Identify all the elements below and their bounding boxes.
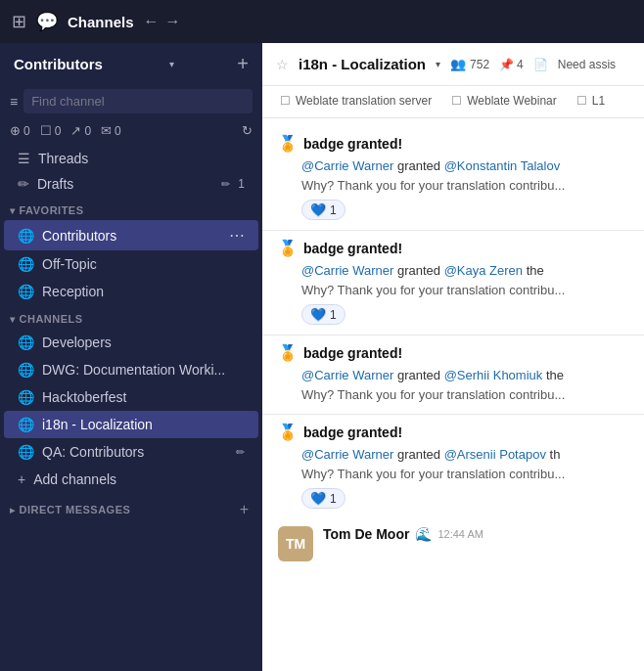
pins-count: 4 xyxy=(517,58,524,71)
contributors-actions: ⋯ xyxy=(229,226,245,245)
msg0-suffix: granted xyxy=(397,158,444,173)
sidebar-item-drafts[interactable]: ✏ Drafts ✏ 1 xyxy=(4,171,258,197)
qa-icon: 🌐 xyxy=(18,444,34,460)
workspace-add-button[interactable]: + xyxy=(237,53,249,75)
sidebar-item-threads[interactable]: ☰ Threads xyxy=(4,146,258,171)
favorites-chevron-icon: ▾ xyxy=(10,205,16,216)
badge-text-2: badge granted! xyxy=(303,345,402,361)
channel-pins: 📌 4 xyxy=(499,58,524,71)
favorites-section-header[interactable]: ▾ FAVORITES xyxy=(0,197,262,220)
developers-label: Developers xyxy=(42,335,245,350)
msg3-author[interactable]: @Carrie Warner xyxy=(301,447,393,462)
sidebar-item-off-topic[interactable]: 🌐 Off-Topic xyxy=(4,250,258,278)
i18n-icon: 🌐 xyxy=(18,417,34,432)
hacktoberfest-label: Hacktoberfest xyxy=(42,389,245,405)
badge-text-1: badge granted! xyxy=(303,241,402,256)
msg2-author[interactable]: @Carrie Warner xyxy=(301,368,393,382)
reaction-row-1: 💙 1 xyxy=(301,304,628,325)
tab-weblate-webinar[interactable]: ☐ Weblate Webinar xyxy=(441,86,567,117)
badge-granted-3: 🏅 badge granted! xyxy=(278,423,628,441)
channel-tabs: ☐ Weblate translation server ☐ Weblate W… xyxy=(262,86,644,118)
msg1-mention[interactable]: @Kaya Zeren xyxy=(444,263,523,278)
off-topic-icon: 🌐 xyxy=(18,256,34,272)
status-icon-1: ☐ xyxy=(40,123,52,138)
separator-1 xyxy=(262,230,644,231)
off-topic-label: Off-Topic xyxy=(42,256,245,272)
user-message: TM Tom De Moor 🌊 12:44 AM xyxy=(262,518,644,569)
sidebar-item-dwg[interactable]: 🌐 DWG: Documentation Worki... xyxy=(4,356,258,383)
back-button[interactable]: ← xyxy=(144,13,160,30)
main-layout: Contributors ▾ + ≡ ⊕ 0 ☐ 0 ↗ 0 ✉ xyxy=(0,43,644,671)
file-icon: 📄 xyxy=(533,58,548,71)
channels-chevron-icon: ▾ xyxy=(10,314,16,325)
tab-icon-1: ☐ xyxy=(451,94,462,108)
message-why-1: Why? Thank you for your translation cont… xyxy=(301,281,628,300)
content-area: ☆ i18n - Localization ▾ 👥 752 📌 4 📄 Need… xyxy=(262,43,644,671)
avatar-initials: TM xyxy=(286,536,305,552)
reaction-btn-0[interactable]: 💙 1 xyxy=(301,200,345,220)
msg3-suffix: granted xyxy=(397,447,444,462)
sidebar-item-contributors[interactable]: 🌐 Contributors ⋯ xyxy=(4,220,258,250)
message-text-0: @Carrie Warner granted @Konstantin Talal… xyxy=(301,157,628,176)
sidebar-item-add-channels[interactable]: + Add channels xyxy=(4,466,258,493)
sidebar-item-i18n[interactable]: 🌐 i18n - Localization xyxy=(4,411,258,438)
qa-label: QA: Contributors xyxy=(42,444,228,460)
user-name: Tom De Moor xyxy=(323,526,409,542)
message-text-3: @Carrie Warner granted @Arsenii Potapov … xyxy=(301,445,628,465)
filter-icon[interactable]: ≡ xyxy=(10,94,18,110)
msg0-author[interactable]: @Carrie Warner xyxy=(301,158,393,173)
separator-3 xyxy=(262,414,644,415)
message-text-1: @Carrie Warner granted @Kaya Zeren the xyxy=(301,261,628,281)
members-count: 752 xyxy=(470,58,489,71)
badge-text-0: badge granted! xyxy=(303,136,402,152)
add-channels-label: Add channels xyxy=(33,471,245,487)
sidebar-item-reception[interactable]: 🌐 Reception xyxy=(4,278,258,305)
refresh-icon[interactable]: ↻ xyxy=(242,123,253,138)
message-why-3: Why? Thank you for your translation cont… xyxy=(301,465,628,484)
status-count-0: 0 xyxy=(23,124,30,138)
channel-assist: Need assis xyxy=(558,58,616,71)
msg1-suffix: granted xyxy=(397,263,444,278)
reaction-btn-3[interactable]: 💙 1 xyxy=(301,488,345,509)
tab-weblate-translation[interactable]: ☐ Weblate translation server xyxy=(270,86,441,117)
channel-name: i18n - Localization xyxy=(299,56,426,72)
threads-label: Threads xyxy=(38,151,245,166)
reception-icon: 🌐 xyxy=(18,284,34,299)
dm-add-button[interactable]: + xyxy=(240,501,249,518)
msg3-suffix2: th xyxy=(550,447,561,462)
badge-text-3: badge granted! xyxy=(303,425,402,440)
reaction-count-0: 1 xyxy=(330,203,337,217)
search-row: ≡ xyxy=(0,85,262,121)
sidebar-item-developers[interactable]: 🌐 Developers xyxy=(4,329,258,356)
grid-icon[interactable]: ⊞ xyxy=(12,11,26,32)
msg3-mention[interactable]: @Arsenii Potapov xyxy=(444,447,546,462)
contributors-label: Contributors xyxy=(42,228,221,244)
contributors-more-icon[interactable]: ⋯ xyxy=(229,226,245,245)
reaction-emoji-0: 💙 xyxy=(310,202,326,217)
i18n-label: i18n - Localization xyxy=(42,417,245,432)
status-count-3: 0 xyxy=(115,124,121,138)
status-item-2: ↗ 0 xyxy=(70,123,91,138)
workspace-header[interactable]: Contributors ▾ + xyxy=(0,43,262,85)
dm-label: DIRECT MESSAGES xyxy=(20,504,131,515)
channel-chevron-icon[interactable]: ▾ xyxy=(436,59,440,69)
messages-area[interactable]: 🏅 badge granted! @Carrie Warner granted … xyxy=(262,118,644,671)
message-block-2: 🏅 badge granted! @Carrie Warner granted … xyxy=(262,337,644,410)
direct-messages-section-header[interactable]: ▸ DIRECT MESSAGES + xyxy=(0,493,262,522)
sidebar-item-hacktoberfest[interactable]: 🌐 Hacktoberfest xyxy=(4,383,258,411)
tab-l1[interactable]: ☐ L1 xyxy=(567,86,615,117)
forward-button[interactable]: → xyxy=(165,13,181,30)
msg2-mention[interactable]: @Serhii Khomiuk xyxy=(444,368,543,382)
sidebar-item-qa[interactable]: 🌐 QA: Contributors ✏ xyxy=(4,438,258,466)
developers-icon: 🌐 xyxy=(18,335,34,350)
msg0-mention[interactable]: @Konstantin Talalov xyxy=(444,158,560,173)
reaction-btn-1[interactable]: 💙 1 xyxy=(301,304,345,325)
search-input[interactable] xyxy=(23,89,253,113)
channels-section-header[interactable]: ▾ CHANNELS xyxy=(0,305,262,329)
msg1-author[interactable]: @Carrie Warner xyxy=(301,263,393,278)
favorites-label: FAVORITES xyxy=(20,204,84,216)
status-item-0: ⊕ 0 xyxy=(10,123,30,138)
channel-star-icon[interactable]: ☆ xyxy=(276,57,289,72)
app-title: Channels xyxy=(68,14,134,30)
drafts-badge: 1 xyxy=(238,177,245,191)
